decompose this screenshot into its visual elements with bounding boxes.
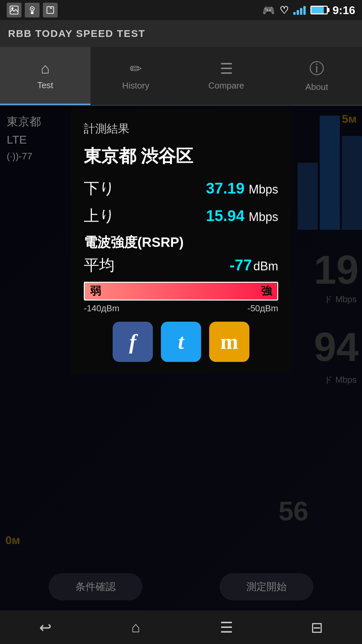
modal-overlay: 計測結果 東京都 渋谷区 下り 37.19 Mbps 上り 15.94 Mbps: [0, 106, 362, 614]
tab-compare-label: Compare: [208, 80, 244, 91]
time-display: 9:16: [333, 4, 355, 17]
heart-icon: ♡: [280, 4, 289, 16]
avg-label: 平均: [84, 255, 115, 276]
avg-unit: dBm: [253, 259, 278, 273]
gamepad-icon: 🎮: [262, 4, 275, 16]
home-nav-icon: ⌂: [131, 619, 140, 636]
download-value: 37.19: [206, 179, 244, 197]
modal-location: 東京都 渋谷区: [84, 145, 278, 168]
twitter-button[interactable]: t: [161, 322, 201, 362]
upload-unit: Mbps: [249, 210, 278, 224]
menu-button[interactable]: ☰: [209, 615, 243, 639]
max-signal-label: -50дBm: [247, 303, 278, 314]
avg-value: -77: [230, 256, 252, 274]
status-icons-left: [7, 3, 58, 17]
download-row: 下り 37.19 Mbps: [84, 178, 278, 199]
tab-test-label: Test: [37, 80, 53, 91]
compare-icon: ☰: [220, 60, 233, 77]
twitter-icon: t: [178, 329, 184, 354]
signal-range-labels: -140дBm -50дBm: [84, 303, 278, 314]
svg-rect-4: [31, 11, 34, 14]
avg-row: 平均 -77 dBm: [84, 255, 278, 276]
home-button[interactable]: ⌂: [119, 615, 153, 639]
edit-icon: ✏: [130, 60, 142, 77]
signal-section-title: 電波強度(RSRP): [84, 233, 278, 252]
tab-history-label: History: [122, 80, 149, 91]
back-button[interactable]: ↩: [28, 615, 62, 639]
tab-history[interactable]: ✏ History: [90, 47, 181, 105]
main-content: 東京都 LTE (·))-77 5м 19 ド Mbps 94 ド Mbps 0: [0, 106, 362, 614]
signal-meter: 弱 強: [84, 282, 278, 301]
facebook-icon: f: [129, 329, 136, 354]
svg-rect-0: [10, 6, 18, 14]
min-signal-label: -140дBm: [84, 303, 119, 314]
menu-icon: ☰: [220, 619, 233, 636]
svg-rect-1: [11, 7, 13, 9]
results-modal: 計測結果 東京都 渋谷区 下り 37.19 Mbps 上り 15.94 Mbps: [70, 109, 292, 374]
meter-weak-label: 弱: [90, 284, 101, 299]
tab-bar: ⌂ Test ✏ History ☰ Compare ⓘ About: [0, 47, 362, 106]
app-icon-2: [25, 3, 40, 17]
rotate-icon: [43, 3, 58, 17]
svg-point-3: [32, 8, 33, 9]
upload-label: 上り: [84, 206, 115, 226]
modal-title: 計測結果: [84, 121, 278, 137]
app-titlebar: RBB TODAY SPEED TEST: [0, 20, 362, 47]
back-icon: ↩: [39, 619, 52, 636]
info-icon: ⓘ: [309, 59, 324, 78]
facebook-button[interactable]: f: [113, 322, 153, 362]
apps-button[interactable]: ⊟: [300, 615, 334, 639]
meter-strong-label: 強: [261, 284, 272, 299]
signal-strength: [293, 5, 306, 15]
mixi-icon: m: [220, 329, 238, 354]
app-title: RBB TODAY SPEED TEST: [8, 28, 145, 39]
download-label: 下り: [84, 178, 115, 199]
social-row: f t m: [84, 322, 278, 362]
apps-icon: ⊟: [311, 619, 323, 636]
bottom-nav: ↩ ⌂ ☰ ⊟: [0, 610, 362, 644]
status-right: 🎮 ♡ 9:16: [262, 4, 355, 17]
mixi-button[interactable]: m: [209, 322, 249, 362]
home-icon: ⌂: [41, 60, 50, 77]
download-unit: Mbps: [249, 182, 278, 196]
status-bar: 🎮 ♡ 9:16: [0, 0, 362, 20]
tab-compare[interactable]: ☰ Compare: [181, 47, 272, 105]
battery-icon: [310, 6, 328, 14]
tab-test[interactable]: ⌂ Test: [0, 47, 90, 105]
tab-about-label: About: [305, 82, 328, 92]
gallery-icon: [7, 3, 21, 17]
upload-row: 上り 15.94 Mbps: [84, 206, 278, 226]
tab-about[interactable]: ⓘ About: [272, 47, 362, 105]
upload-value: 15.94: [206, 207, 244, 224]
